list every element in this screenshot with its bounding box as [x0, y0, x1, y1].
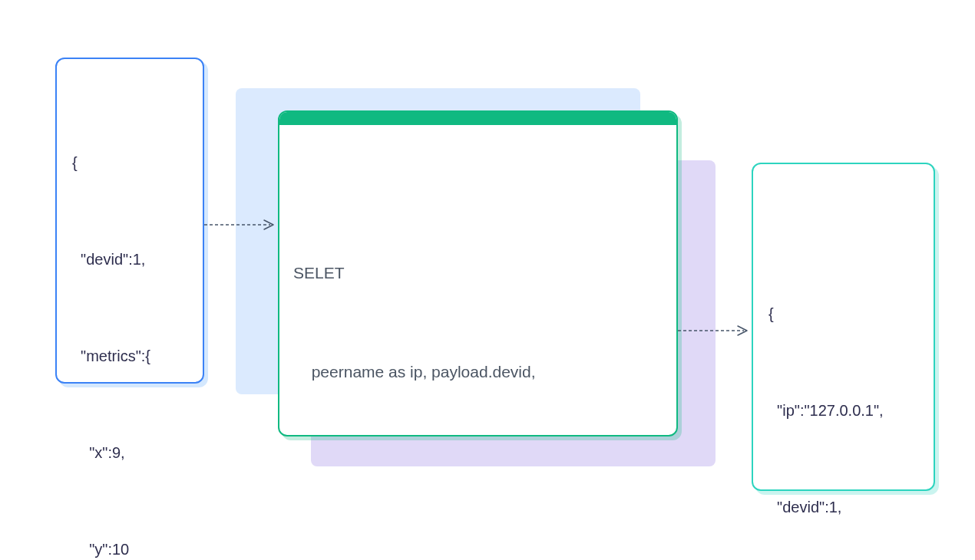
output-json-box: { "ip":"127.0.0.1", "devid":1, "x":3.0, … [752, 163, 935, 491]
input-json-content: { "devid":1, "metrics":{ "x":9, "y":10 }… [72, 82, 187, 560]
arrow-sql-to-output [678, 323, 752, 338]
sql-line: SELET [293, 256, 664, 289]
output-json-content: { "ip":"127.0.0.1", "devid":1, "x":3.0, … [768, 187, 918, 560]
json-line: "y":10 [72, 533, 187, 560]
json-line: "ip":"127.0.0.1", [768, 394, 918, 427]
json-line: "x":9, [72, 436, 187, 469]
sql-line: peername as ip, payload.devid, [293, 355, 664, 388]
sql-content: SELET peername as ip, payload.devid, pay… [279, 125, 676, 436]
json-line: "metrics":{ [72, 340, 187, 372]
json-line: { [72, 147, 187, 179]
sql-box-header [279, 112, 676, 125]
arrow-input-to-sql [204, 217, 278, 232]
json-line: "devid":1, [72, 243, 187, 275]
json-line: { [768, 298, 918, 330]
input-json-box: { "devid":1, "metrics":{ "x":9, "y":10 }… [55, 58, 204, 384]
sql-query-box: SELET peername as ip, payload.devid, pay… [278, 110, 678, 436]
json-line: "devid":1, [768, 491, 918, 523]
